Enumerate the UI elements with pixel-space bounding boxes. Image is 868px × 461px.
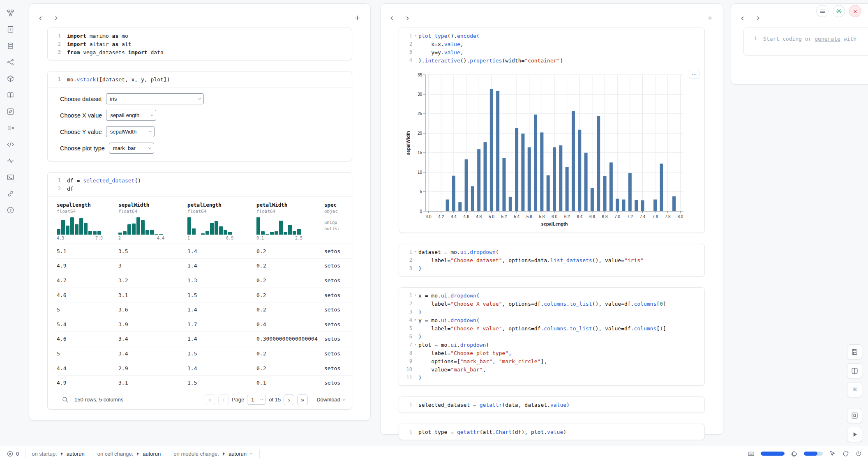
table-row[interactable]: 53.61.40.2setos (57, 302, 352, 317)
snippets-icon[interactable] (4, 138, 16, 150)
table-row[interactable]: 4.931.40.2setos (57, 259, 352, 274)
table-cell: 4.6 (57, 292, 118, 298)
chevron-right-icon[interactable] (51, 13, 61, 23)
first-page-button[interactable]: « (205, 394, 215, 405)
code-editor[interactable]: 1df = selected_dataset()2df (48, 173, 352, 196)
fold-chevron-icon[interactable]: ▾ (412, 291, 418, 300)
code-editor[interactable]: 1▾dataset = mo.ui.dropdown(2 label="Choo… (399, 244, 704, 276)
chart-actions-button[interactable]: ⋯ (689, 70, 699, 79)
layout-grid-button[interactable] (847, 363, 862, 378)
run-cell-button[interactable] (847, 427, 862, 442)
status-bar: 0 on startup: autorun on cell change: au… (0, 446, 868, 461)
code-editor[interactable]: 1▾plot_type().encode(2 x=x.value,3 y=y.v… (399, 28, 704, 68)
dropdown-select[interactable]: sepalLength (106, 110, 156, 121)
histogram-bar (159, 234, 163, 235)
help-icon[interactable]: ? (4, 204, 16, 216)
next-page-button[interactable]: › (284, 394, 294, 405)
last-page-button[interactable]: » (297, 394, 308, 405)
dropdown-select[interactable]: iris (106, 93, 204, 104)
app-preview-button[interactable] (847, 408, 862, 423)
code-editor[interactable]: 1mo.vstack([dataset, x, y, plot]) (48, 71, 352, 87)
error-indicator[interactable]: 0 (6, 446, 25, 461)
chevron-left-icon[interactable] (737, 13, 748, 23)
table-row[interactable]: 5.43.91.70.4setos (57, 317, 352, 332)
page-select[interactable]: 1 (247, 395, 266, 405)
code-editor[interactable]: 1selected_dataset = getattr(data, datase… (399, 397, 704, 413)
svg-text:20: 20 (418, 131, 422, 136)
histogram-bar (265, 234, 269, 235)
on-module-change-mode[interactable]: on module change: autorun (167, 446, 259, 461)
fold-chevron-icon[interactable]: ▾ (412, 316, 418, 324)
table-row[interactable]: 53.41.50.2setos (57, 346, 352, 361)
links-icon[interactable] (4, 187, 16, 200)
pointer-icon[interactable] (829, 450, 836, 457)
keyboard-icon[interactable] (748, 450, 755, 457)
shutdown-button[interactable]: × (849, 5, 861, 17)
histogram-bar (57, 229, 60, 235)
histogram-bar (215, 221, 218, 235)
keyboard-shortcuts-button[interactable]: ⌘ (847, 382, 862, 397)
dependency-graph-icon[interactable] (4, 7, 16, 19)
files-icon[interactable]: f (4, 23, 16, 35)
on-cell-change-mode[interactable]: on cell change: autorun (91, 446, 167, 461)
code-line: 4▾y = mo.ui.dropdown( (402, 316, 699, 324)
fold-chevron-icon[interactable]: ▾ (412, 341, 418, 349)
refresh-icon[interactable] (842, 450, 849, 457)
search-icon[interactable] (62, 396, 69, 403)
line-number: 1 (747, 36, 757, 41)
prev-page-button[interactable]: ‹ (218, 394, 229, 405)
add-cell-button[interactable] (351, 12, 363, 23)
terminal-icon[interactable] (4, 171, 16, 183)
svg-text:6.0: 6.0 (552, 214, 557, 219)
column-header[interactable]: petalWidthfloat640.12.5 (256, 202, 324, 240)
column-middle-header (381, 4, 723, 28)
on-startup-mode[interactable]: on startup: autorun (25, 446, 91, 461)
settings-button[interactable] (833, 5, 845, 17)
tracebacks-icon[interactable] (4, 154, 16, 167)
column-header[interactable]: sepalLengthfloat644.37.9 (57, 202, 118, 240)
chevron-right-icon[interactable] (753, 13, 763, 23)
histogram-bar (127, 224, 131, 235)
code-editor[interactable]: 1▾x = mo.ui.dropdown(2 label="Choose X v… (399, 288, 704, 385)
table-row[interactable]: 4.42.91.40.2setos (57, 361, 352, 376)
chevron-right-icon[interactable] (402, 13, 413, 23)
column-header[interactable]: specobjecuniqunulls: (324, 202, 352, 240)
chevron-left-icon[interactable] (386, 13, 397, 23)
menu-button[interactable] (816, 5, 829, 17)
table-row[interactable]: 4.73.21.30.2setos (57, 273, 352, 288)
table-row[interactable]: 4.63.41.40.30000000000000004setos (57, 332, 352, 347)
column-header[interactable]: sepalWidthfloat6424.4 (118, 202, 187, 240)
table-row[interactable]: 5.13.51.40.2setos (57, 244, 352, 259)
code-editor[interactable]: 1import marimo as mo2import altair as al… (48, 28, 352, 60)
chevron-left-icon[interactable] (35, 13, 46, 23)
dropdown-select[interactable]: sepalWidth (106, 126, 155, 137)
dropdown-select[interactable]: mark_bar (109, 143, 154, 154)
fold-chevron-icon[interactable]: ▾ (412, 248, 418, 256)
variables-icon[interactable] (4, 56, 16, 68)
table-row[interactable]: 4.63.11.50.2setos (57, 288, 352, 303)
save-button[interactable] (847, 344, 862, 360)
code-editor[interactable]: 1 Start coding or generate with (744, 28, 868, 46)
column-header[interactable]: petalLengthfloat6416.9 (187, 202, 256, 240)
code-editor[interactable]: 1plot_type = getattr(alt.Chart(df), plot… (399, 424, 704, 440)
add-cell-button[interactable] (704, 12, 716, 23)
packages-icon[interactable] (4, 72, 16, 85)
table-row[interactable]: 4.93.11.50.1setos (57, 376, 352, 390)
documentation-icon[interactable] (4, 89, 16, 101)
column-max: 6.9 (226, 236, 233, 240)
histogram-bar (297, 229, 301, 235)
generate-with-ai-link[interactable]: generate (815, 36, 840, 42)
datasources-icon[interactable] (4, 39, 16, 52)
line-number: 8 (402, 350, 412, 356)
bar-chart[interactable]: 4.04.24.44.64.85.05.25.45.65.86.06.26.46… (405, 71, 701, 229)
fold-chevron-icon[interactable]: ▾ (412, 32, 418, 40)
histogram-bar (219, 226, 223, 235)
power-icon[interactable] (855, 450, 862, 457)
scratchpad-icon[interactable] (4, 105, 16, 118)
logs-icon[interactable] (4, 122, 16, 134)
lightning-icon (222, 451, 226, 456)
histogram-bar (141, 220, 145, 235)
svg-text:10: 10 (418, 170, 422, 175)
download-menu[interactable]: Download (316, 396, 346, 403)
table-cell: setos (324, 307, 352, 313)
